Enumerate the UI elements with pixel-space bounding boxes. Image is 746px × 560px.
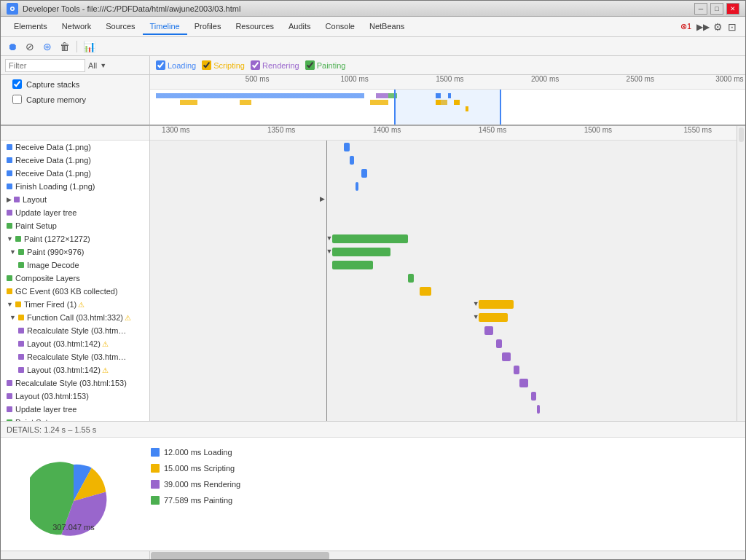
list-item[interactable]: GC Event (603 KB collected) (1, 285, 149, 298)
list-item[interactable]: Recalculate Style (03.html:153) (1, 376, 149, 390)
event-label: Function Call (03.html:332) (27, 313, 123, 322)
error-badge: ⊗1 (680, 22, 691, 31)
list-item[interactable]: Paint Setup (1, 219, 149, 232)
scrollbar-track[interactable] (150, 551, 745, 559)
warning-icon: ⚠ (102, 340, 109, 348)
list-item[interactable]: Composite Layers (1, 272, 149, 285)
legend-loading: 12.000 ms Loading (151, 445, 240, 460)
bottom-scrollbar[interactable] (1, 551, 745, 559)
tab-resources[interactable]: Resources (228, 19, 281, 35)
list-item[interactable]: ▶ Layout (1, 193, 149, 206)
painting-checkbox-label[interactable]: Painting (305, 60, 346, 70)
capture-stacks-label[interactable]: Capture stacks (7, 78, 144, 90)
loading-checkbox[interactable] (156, 60, 165, 70)
sel-loading (436, 93, 441, 98)
scripting-checkbox-label[interactable]: Scripting (202, 60, 245, 70)
dropdown-arrow[interactable]: ▼ (100, 62, 106, 69)
scripting-checkbox[interactable] (202, 60, 211, 70)
detail-ruler-1450: 1450 ms (479, 126, 506, 134)
chart-button[interactable]: 📊 (82, 39, 96, 54)
tab-network[interactable]: Network (55, 19, 98, 35)
list-item[interactable]: ▼ Timer Fired (1) ⚠ (1, 298, 149, 311)
list-item[interactable]: ▼ Function Call (03.html:332) ⚠ (1, 311, 149, 324)
tab-console[interactable]: Console (318, 19, 362, 35)
event-dot-rendering (18, 354, 24, 360)
tab-audits[interactable]: Audits (281, 19, 318, 35)
track-row (150, 154, 737, 167)
track-bar (361, 169, 367, 178)
overview-bars (150, 90, 745, 125)
tab-sources[interactable]: Sources (98, 19, 142, 35)
overview-section: Capture stacks Capture memory 500 ms 100… (1, 75, 745, 126)
list-item[interactable]: Update layer tree (1, 403, 149, 416)
event-list: Receive Data (1.png) Receive Data (1.png… (1, 126, 150, 421)
warning-icon: ⚠ (78, 301, 85, 309)
filter-row: All ▼ Loading Scripting Rendering Painti… (1, 56, 745, 75)
track-row (150, 167, 737, 180)
list-item[interactable]: Receive Data (1.png) (1, 141, 149, 154)
event-label: Finish Loading (1.png) (15, 182, 95, 191)
track-bar (344, 143, 350, 151)
close-button[interactable]: ✕ (726, 3, 739, 15)
event-label: Timer Fired (1) (24, 300, 76, 309)
painting-checkbox[interactable] (305, 60, 315, 70)
list-item[interactable]: Receive Data (1.png) (1, 154, 149, 167)
toolbar: ⏺ ⊘ ⊛ 🗑 📊 (1, 37, 745, 56)
scrollbar-thumb[interactable] (151, 552, 329, 559)
list-item[interactable]: Layout (03.html:153) (1, 390, 149, 403)
clear-button[interactable]: 🗑 (58, 39, 72, 54)
list-item[interactable]: Image Decode (1, 259, 149, 272)
event-dot-rendering (7, 380, 12, 386)
rendering-checkbox[interactable] (251, 60, 260, 70)
list-item[interactable]: ▼ Paint (990×976) (1, 245, 149, 259)
legend-label-rendering: 39.000 ms Rendering (164, 477, 240, 492)
arrow-icon: ▼ (9, 314, 16, 321)
event-dot-rendering (7, 393, 12, 399)
legend-color-loading (151, 448, 160, 457)
list-item[interactable]: ▼ Paint (1272×1272) (1, 232, 149, 245)
arrow-icon: ▼ (7, 235, 13, 242)
list-item[interactable]: Recalculate Style (03.htm… (1, 324, 149, 337)
execute-button[interactable]: ▶▶ (696, 20, 710, 34)
legend-color-scripting (151, 464, 160, 473)
loading-checkbox-label[interactable]: Loading (156, 60, 196, 70)
track-bar-update (537, 405, 540, 414)
list-item[interactable]: Receive Data (1.png) (1, 167, 149, 180)
event-dot-loading (7, 184, 12, 189)
stop-button[interactable]: ⊘ (23, 39, 37, 54)
list-item[interactable]: Update layer tree (1, 206, 149, 219)
maximize-button[interactable]: □ (710, 3, 723, 15)
track-row (150, 337, 737, 350)
capture-stacks-checkbox[interactable] (12, 79, 22, 89)
capture-memory-label[interactable]: Capture memory (7, 93, 144, 106)
list-item[interactable]: Layout (03.html:142) ⚠ (1, 337, 149, 350)
capture-memory-checkbox[interactable] (12, 95, 22, 104)
rendering-checkbox-label[interactable]: Rendering (251, 60, 299, 70)
filter-input[interactable] (5, 59, 85, 72)
track-bar-layout (496, 339, 502, 348)
track-row (150, 141, 737, 154)
event-dot-loading (7, 144, 12, 150)
tab-timeline[interactable]: Timeline (143, 19, 187, 35)
legend-label-scripting: 15.000 ms Scripting (164, 461, 235, 476)
window-controls: ─ □ ✕ (694, 3, 739, 15)
filter-button[interactable]: ⊛ (40, 39, 55, 54)
list-item[interactable]: Recalculate Style (03.htm… (1, 350, 149, 363)
list-item[interactable]: Layout (03.html:142) ⚠ (1, 363, 149, 376)
minimize-button[interactable]: ─ (694, 3, 707, 15)
tab-profiles[interactable]: Profiles (187, 19, 229, 35)
list-item[interactable]: Paint Setup (1, 416, 149, 421)
settings-button[interactable]: ⚙ (710, 20, 725, 34)
record-button[interactable]: ⏺ (5, 39, 20, 54)
main-content: Capture stacks Capture memory 500 ms 100… (1, 75, 745, 559)
right-scrollbar[interactable] (737, 126, 745, 421)
tab-netbeans[interactable]: NetBeans (362, 19, 412, 35)
track-row (150, 350, 737, 363)
event-dot-rendering (18, 328, 24, 334)
track-bar-paint2 (332, 248, 391, 256)
event-label: Image Decode (27, 261, 79, 269)
event-label: Layout (03.html:142) (27, 366, 101, 374)
list-item[interactable]: Finish Loading (1.png) (1, 180, 149, 193)
dock-button[interactable]: ⊡ (725, 20, 739, 34)
tab-elements[interactable]: Elements (7, 19, 55, 35)
